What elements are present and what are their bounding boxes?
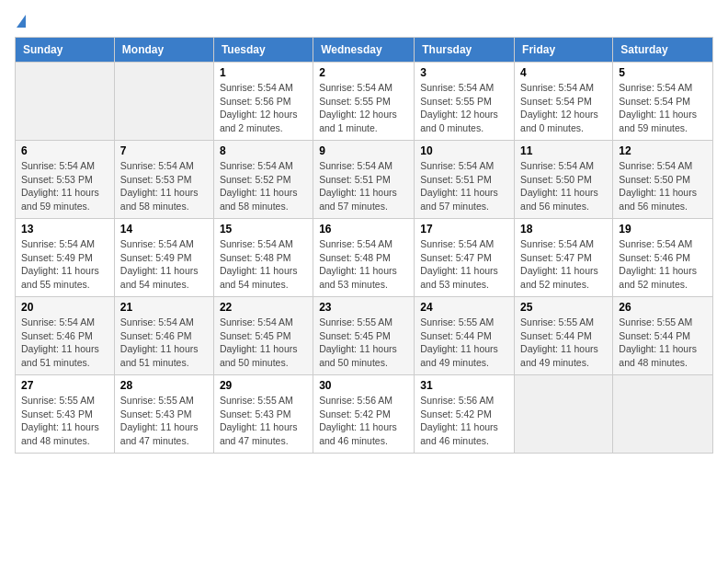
page-header: [15, 15, 713, 28]
calendar-table: SundayMondayTuesdayWednesdayThursdayFrid…: [15, 37, 713, 454]
day-info: Sunrise: 5:54 AM Sunset: 5:49 PM Dayligh…: [21, 237, 108, 292]
day-info: Sunrise: 5:55 AM Sunset: 5:43 PM Dayligh…: [21, 394, 108, 448]
day-info: Sunrise: 5:54 AM Sunset: 5:45 PM Dayligh…: [220, 316, 307, 370]
day-info: Sunrise: 5:54 AM Sunset: 5:53 PM Dayligh…: [120, 159, 208, 213]
calendar-cell: [515, 375, 613, 454]
day-info: Sunrise: 5:55 AM Sunset: 5:45 PM Dayligh…: [319, 316, 408, 370]
days-header-row: SundayMondayTuesdayWednesdayThursdayFrid…: [16, 38, 713, 63]
calendar-cell: 13Sunrise: 5:54 AM Sunset: 5:49 PM Dayli…: [16, 219, 115, 297]
day-number: 24: [420, 301, 508, 314]
day-number: 16: [319, 223, 408, 236]
calendar-cell: 9Sunrise: 5:54 AM Sunset: 5:51 PM Daylig…: [313, 141, 415, 219]
calendar-cell: [114, 63, 213, 141]
day-info: Sunrise: 5:54 AM Sunset: 5:56 PM Dayligh…: [220, 81, 307, 135]
day-info: Sunrise: 5:54 AM Sunset: 5:49 PM Dayligh…: [120, 237, 208, 292]
day-number: 9: [319, 144, 408, 157]
calendar-cell: 12Sunrise: 5:54 AM Sunset: 5:50 PM Dayli…: [613, 141, 713, 219]
day-info: Sunrise: 5:54 AM Sunset: 5:52 PM Dayligh…: [220, 159, 307, 213]
day-info: Sunrise: 5:54 AM Sunset: 5:48 PM Dayligh…: [319, 237, 408, 292]
day-number: 4: [520, 66, 607, 79]
day-number: 31: [420, 379, 508, 392]
calendar-cell: 1Sunrise: 5:54 AM Sunset: 5:56 PM Daylig…: [213, 63, 313, 141]
day-header-sunday: Sunday: [16, 38, 115, 63]
day-number: 26: [619, 301, 707, 314]
day-number: 21: [120, 301, 208, 314]
calendar-cell: 18Sunrise: 5:54 AM Sunset: 5:47 PM Dayli…: [515, 219, 613, 297]
day-info: Sunrise: 5:54 AM Sunset: 5:55 PM Dayligh…: [319, 81, 408, 135]
day-number: 23: [319, 301, 408, 314]
calendar-cell: 3Sunrise: 5:54 AM Sunset: 5:55 PM Daylig…: [415, 63, 515, 141]
day-info: Sunrise: 5:55 AM Sunset: 5:43 PM Dayligh…: [120, 394, 208, 448]
day-number: 20: [21, 301, 108, 314]
day-header-monday: Monday: [114, 38, 213, 63]
calendar-cell: 28Sunrise: 5:55 AM Sunset: 5:43 PM Dayli…: [114, 375, 213, 454]
calendar-cell: 11Sunrise: 5:54 AM Sunset: 5:50 PM Dayli…: [515, 141, 613, 219]
day-info: Sunrise: 5:54 AM Sunset: 5:54 PM Dayligh…: [520, 81, 607, 135]
calendar-header: SundayMondayTuesdayWednesdayThursdayFrid…: [16, 38, 713, 63]
calendar-cell: 23Sunrise: 5:55 AM Sunset: 5:45 PM Dayli…: [313, 297, 415, 375]
week-row-3: 13Sunrise: 5:54 AM Sunset: 5:49 PM Dayli…: [16, 219, 713, 297]
day-number: 2: [319, 66, 408, 79]
day-number: 5: [619, 66, 707, 79]
day-number: 11: [520, 144, 607, 157]
day-number: 25: [520, 301, 607, 314]
day-info: Sunrise: 5:54 AM Sunset: 5:51 PM Dayligh…: [420, 159, 508, 213]
calendar-cell: 20Sunrise: 5:54 AM Sunset: 5:46 PM Dayli…: [16, 297, 115, 375]
day-number: 10: [420, 144, 508, 157]
calendar-cell: 7Sunrise: 5:54 AM Sunset: 5:53 PM Daylig…: [114, 141, 213, 219]
calendar-cell: [16, 63, 115, 141]
calendar-cell: 25Sunrise: 5:55 AM Sunset: 5:44 PM Dayli…: [515, 297, 613, 375]
day-info: Sunrise: 5:55 AM Sunset: 5:44 PM Dayligh…: [520, 316, 607, 370]
day-info: Sunrise: 5:54 AM Sunset: 5:46 PM Dayligh…: [21, 316, 108, 370]
calendar-cell: 19Sunrise: 5:54 AM Sunset: 5:46 PM Dayli…: [613, 219, 713, 297]
calendar-cell: 4Sunrise: 5:54 AM Sunset: 5:54 PM Daylig…: [515, 63, 613, 141]
day-number: 22: [220, 301, 307, 314]
day-info: Sunrise: 5:54 AM Sunset: 5:47 PM Dayligh…: [420, 237, 508, 292]
day-number: 7: [120, 144, 208, 157]
calendar-cell: 16Sunrise: 5:54 AM Sunset: 5:48 PM Dayli…: [313, 219, 415, 297]
day-info: Sunrise: 5:56 AM Sunset: 5:42 PM Dayligh…: [319, 394, 408, 448]
day-info: Sunrise: 5:54 AM Sunset: 5:51 PM Dayligh…: [319, 159, 408, 213]
calendar-cell: 14Sunrise: 5:54 AM Sunset: 5:49 PM Dayli…: [114, 219, 213, 297]
logo-triangle-icon: [17, 15, 26, 28]
day-number: 13: [21, 223, 108, 236]
calendar-cell: 15Sunrise: 5:54 AM Sunset: 5:48 PM Dayli…: [213, 219, 313, 297]
day-info: Sunrise: 5:54 AM Sunset: 5:47 PM Dayligh…: [520, 237, 607, 292]
calendar-cell: 26Sunrise: 5:55 AM Sunset: 5:44 PM Dayli…: [613, 297, 713, 375]
calendar-cell: 2Sunrise: 5:54 AM Sunset: 5:55 PM Daylig…: [313, 63, 415, 141]
day-number: 6: [21, 144, 108, 157]
calendar-cell: 5Sunrise: 5:54 AM Sunset: 5:54 PM Daylig…: [613, 63, 713, 141]
week-row-1: 1Sunrise: 5:54 AM Sunset: 5:56 PM Daylig…: [16, 63, 713, 141]
day-number: 19: [619, 223, 707, 236]
day-number: 14: [120, 223, 208, 236]
day-number: 15: [220, 223, 307, 236]
day-info: Sunrise: 5:54 AM Sunset: 5:46 PM Dayligh…: [619, 237, 707, 292]
day-number: 30: [319, 379, 408, 392]
day-info: Sunrise: 5:54 AM Sunset: 5:50 PM Dayligh…: [520, 159, 607, 213]
day-info: Sunrise: 5:55 AM Sunset: 5:43 PM Dayligh…: [220, 394, 307, 448]
calendar-cell: 21Sunrise: 5:54 AM Sunset: 5:46 PM Dayli…: [114, 297, 213, 375]
week-row-5: 27Sunrise: 5:55 AM Sunset: 5:43 PM Dayli…: [16, 375, 713, 454]
week-row-4: 20Sunrise: 5:54 AM Sunset: 5:46 PM Dayli…: [16, 297, 713, 375]
calendar-cell: 27Sunrise: 5:55 AM Sunset: 5:43 PM Dayli…: [16, 375, 115, 454]
day-info: Sunrise: 5:54 AM Sunset: 5:55 PM Dayligh…: [420, 81, 508, 135]
day-info: Sunrise: 5:54 AM Sunset: 5:48 PM Dayligh…: [220, 237, 307, 292]
calendar-cell: 30Sunrise: 5:56 AM Sunset: 5:42 PM Dayli…: [313, 375, 415, 454]
calendar-cell: 24Sunrise: 5:55 AM Sunset: 5:44 PM Dayli…: [415, 297, 515, 375]
day-header-saturday: Saturday: [613, 38, 713, 63]
day-info: Sunrise: 5:54 AM Sunset: 5:54 PM Dayligh…: [619, 81, 707, 135]
calendar-body: 1Sunrise: 5:54 AM Sunset: 5:56 PM Daylig…: [16, 63, 713, 454]
calendar-cell: 8Sunrise: 5:54 AM Sunset: 5:52 PM Daylig…: [213, 141, 313, 219]
day-number: 8: [220, 144, 307, 157]
day-number: 1: [220, 66, 307, 79]
calendar-cell: 10Sunrise: 5:54 AM Sunset: 5:51 PM Dayli…: [415, 141, 515, 219]
day-number: 29: [220, 379, 307, 392]
day-header-thursday: Thursday: [415, 38, 515, 63]
day-number: 27: [21, 379, 108, 392]
day-info: Sunrise: 5:54 AM Sunset: 5:50 PM Dayligh…: [619, 159, 707, 213]
day-header-wednesday: Wednesday: [313, 38, 415, 63]
day-number: 12: [619, 144, 707, 157]
calendar-cell: 29Sunrise: 5:55 AM Sunset: 5:43 PM Dayli…: [213, 375, 313, 454]
day-header-tuesday: Tuesday: [213, 38, 313, 63]
day-number: 3: [420, 66, 508, 79]
